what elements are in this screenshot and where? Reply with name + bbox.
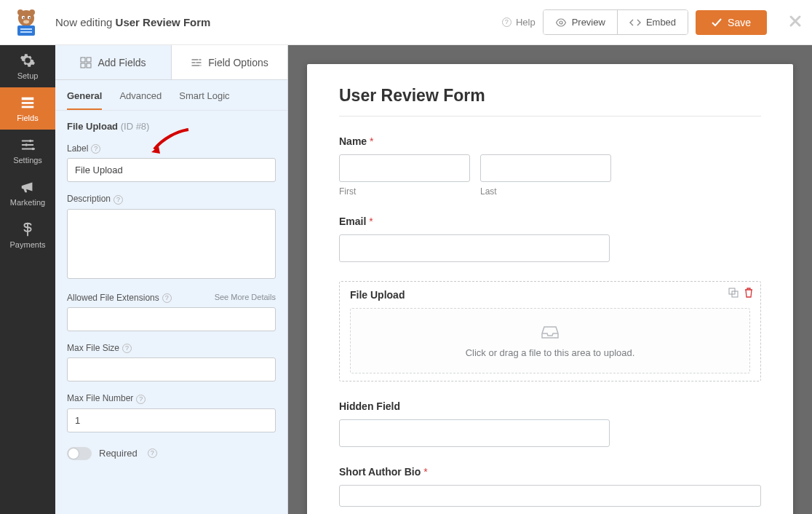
help-icon[interactable]: ? — [114, 195, 123, 205]
nav-marketing[interactable]: Marketing — [0, 172, 55, 214]
field-type-label: File Upload — [67, 121, 118, 132]
sliders-small-icon — [191, 57, 202, 68]
last-name-input[interactable] — [480, 154, 611, 182]
gear-icon — [20, 52, 36, 68]
embed-label: Embed — [646, 17, 676, 28]
sliders-icon — [20, 137, 36, 153]
svg-rect-8 — [17, 25, 35, 36]
svg-point-6 — [29, 17, 31, 18]
help-icon[interactable]: ? — [162, 293, 172, 303]
help-link[interactable]: ? Help — [499, 17, 536, 28]
help-label: Help — [516, 17, 536, 28]
label-input[interactable] — [67, 158, 276, 182]
bio-input[interactable] — [339, 485, 761, 507]
bio-field-label: Short Author Bio * — [339, 466, 761, 478]
label-label: Label? — [67, 143, 276, 154]
email-input[interactable] — [339, 234, 610, 262]
save-button[interactable]: Save — [696, 10, 767, 35]
drop-text: Click or drag a file to this area to upl… — [466, 347, 635, 358]
nav-setup-label: Setup — [17, 71, 39, 80]
tab-field-options[interactable]: Field Options — [172, 45, 287, 80]
preview-button[interactable]: Preview — [544, 10, 617, 34]
description-label: Description? — [67, 194, 276, 204]
help-icon[interactable]: ? — [148, 448, 157, 458]
svg-point-7 — [23, 20, 29, 23]
svg-point-11 — [560, 21, 562, 24]
svg-rect-21 — [87, 63, 91, 68]
editing-form-name: User Review Form — [116, 16, 211, 28]
see-more-link[interactable]: See More Details — [215, 293, 276, 301]
subtab-smart-logic[interactable]: Smart Logic — [179, 90, 229, 110]
svg-point-1 — [17, 9, 23, 15]
max-number-input[interactable] — [67, 408, 276, 432]
svg-point-2 — [29, 9, 35, 15]
form-preview: User Review Form Name * First Last — [307, 64, 793, 514]
nav-payments-label: Payments — [10, 240, 46, 249]
nav-settings[interactable]: Settings — [0, 130, 55, 172]
svg-point-17 — [32, 148, 35, 151]
help-icon[interactable]: ? — [122, 344, 132, 353]
subtab-advanced[interactable]: Advanced — [119, 90, 162, 110]
svg-point-16 — [25, 143, 28, 146]
help-icon[interactable]: ? — [136, 395, 146, 404]
subtab-general[interactable]: General — [67, 90, 102, 110]
inbox-icon — [541, 324, 560, 340]
nav-setup[interactable]: Setup — [0, 45, 55, 87]
field-id-label: (ID #8) — [121, 121, 150, 132]
grid-icon — [80, 57, 92, 68]
file-upload-field[interactable]: File Upload Click or drag a file to this… — [339, 281, 761, 381]
bullhorn-icon — [20, 179, 36, 195]
first-name-input[interactable] — [339, 154, 470, 182]
file-label: File Upload — [350, 289, 750, 301]
svg-rect-9 — [20, 28, 32, 30]
trash-icon[interactable] — [744, 288, 753, 298]
svg-rect-10 — [20, 31, 32, 33]
file-dropzone[interactable]: Click or drag a file to this area to upl… — [350, 308, 750, 373]
preview-embed-group: Preview Embed — [543, 9, 688, 35]
left-nav: Setup Fields Settings Marketing Payments — [0, 45, 55, 514]
extensions-input[interactable] — [67, 307, 276, 331]
svg-rect-19 — [87, 58, 91, 62]
max-number-label: Max File Number? — [67, 393, 276, 403]
top-bar: Now editing User Review Form ? Help Prev… — [0, 0, 812, 45]
side-panel: Add Fields Field Options General Advance… — [55, 45, 288, 514]
hidden-field-label: Hidden Field — [339, 400, 761, 412]
svg-rect-14 — [22, 106, 34, 108]
first-sublabel: First — [339, 186, 470, 197]
app-logo — [10, 7, 42, 39]
email-field-label: Email * — [339, 216, 761, 227]
nav-payments[interactable]: Payments — [0, 214, 55, 256]
form-icon — [20, 95, 36, 111]
max-size-label: Max File Size? — [67, 343, 276, 353]
svg-point-15 — [29, 140, 32, 143]
svg-rect-18 — [81, 58, 85, 62]
svg-point-5 — [23, 17, 25, 18]
close-builder-button[interactable] — [789, 13, 802, 32]
required-toggle[interactable] — [67, 447, 92, 460]
description-input[interactable] — [67, 209, 276, 279]
svg-rect-20 — [81, 63, 85, 68]
preview-label: Preview — [572, 17, 605, 28]
dollar-icon — [20, 221, 36, 237]
svg-rect-13 — [22, 102, 34, 104]
embed-button[interactable]: Embed — [617, 10, 688, 34]
nav-marketing-label: Marketing — [10, 198, 45, 207]
close-icon — [789, 15, 802, 28]
save-label: Save — [728, 17, 751, 28]
editing-label: Now editing User Review Form — [55, 16, 210, 28]
nav-fields-label: Fields — [17, 114, 38, 122]
tab-add-fields-label: Add Fields — [97, 57, 146, 68]
code-icon — [629, 18, 641, 27]
eye-icon — [555, 18, 567, 27]
svg-rect-12 — [22, 98, 34, 100]
name-field-label: Name * — [339, 135, 761, 147]
duplicate-icon[interactable] — [728, 288, 739, 298]
help-icon[interactable]: ? — [91, 144, 100, 154]
help-icon: ? — [502, 17, 512, 27]
nav-fields[interactable]: Fields — [0, 87, 55, 130]
required-label: Required — [99, 448, 138, 459]
max-size-input[interactable] — [67, 357, 276, 381]
hidden-input[interactable] — [339, 419, 610, 447]
form-title: User Review Form — [339, 86, 761, 106]
tab-add-fields[interactable]: Add Fields — [55, 45, 172, 80]
